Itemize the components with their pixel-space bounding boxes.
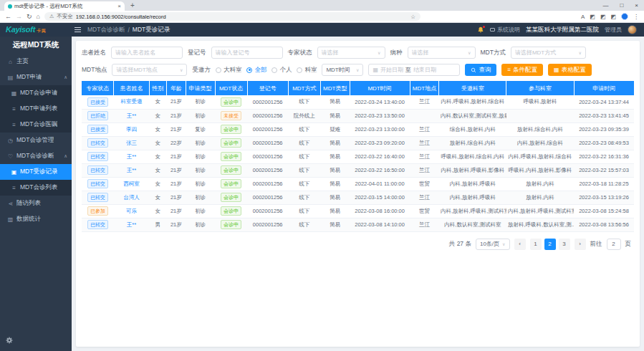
- expert-status-cell: 已转交: [82, 191, 114, 204]
- date-range-picker[interactable]: ▦ 开始日期 至 结束日期: [368, 64, 460, 76]
- radio-invited-dept[interactable]: 大科室: [216, 66, 242, 74]
- mdt-type-cell: 简易: [320, 95, 350, 109]
- location-cell: 兰江: [410, 122, 439, 136]
- page-button[interactable]: 3: [559, 239, 570, 250]
- radio-scope-dept[interactable]: 科室: [297, 66, 317, 74]
- apply-type-cell: 初诊: [186, 150, 215, 163]
- browser-profile-avatar[interactable]: [621, 13, 628, 20]
- extension-icon[interactable]: ◩: [590, 14, 595, 20]
- patient-name-link[interactable]: 王**: [127, 221, 136, 228]
- expert-status-select[interactable]: 请选择∨: [317, 47, 385, 59]
- bookmark-star-icon[interactable]: ☆: [410, 14, 415, 20]
- mdt-time-select[interactable]: MDT时间∨: [322, 64, 363, 76]
- sidebar-item[interactable]: ≡MDT会诊医嘱: [0, 117, 72, 133]
- translate-icon[interactable]: A: [581, 14, 585, 20]
- patient-name-input[interactable]: 请输入患者姓名: [111, 47, 183, 59]
- browser-menu-icon[interactable]: ⋮: [633, 14, 639, 20]
- sidebar-item[interactable]: ⌂主页: [0, 54, 72, 69]
- patient-name-link[interactable]: 李四: [126, 126, 137, 133]
- browser-toolbar: ← → ↻ ⌂ ⚠ 不安全 192.168.0.156:9002/consult…: [0, 11, 644, 23]
- gender-cell: 女: [149, 109, 167, 122]
- reg-no-input[interactable]: 请输入登记号: [211, 47, 283, 59]
- condition-config-button[interactable]: ≡ 条件配置: [501, 64, 543, 76]
- next-page-button[interactable]: ›: [575, 239, 586, 250]
- main-content: 患者姓名 请输入患者姓名 登记号 请输入登记号 专家状态 请选择∨ 病种 请选择…: [72, 37, 644, 351]
- gender-cell: 女: [149, 122, 167, 136]
- search-button[interactable]: 查询: [465, 64, 496, 76]
- mdt-location-label: MDT地点: [82, 66, 107, 74]
- apply-type-cell: 初诊: [186, 163, 215, 177]
- search-button-label: 查询: [479, 66, 491, 74]
- list-icon: ≡: [11, 106, 17, 112]
- collapse-menu-icon[interactable]: [75, 27, 81, 33]
- radio-label: 大科室: [224, 66, 242, 74]
- address-bar[interactable]: ⚠ 不安全 192.168.0.156:9002/consultale/reco…: [44, 12, 420, 21]
- column-header: MDT类型: [320, 81, 350, 95]
- settings-gear-icon[interactable]: [6, 334, 13, 347]
- patient-name-link[interactable]: 张三: [126, 140, 137, 146]
- security-label[interactable]: 不安全: [57, 13, 73, 20]
- reg-no-cell: 0002001256: [247, 95, 288, 109]
- mdt-method-select[interactable]: 请选择MDT方式∨: [511, 47, 586, 59]
- extension-icon[interactable]: ◩: [610, 14, 616, 20]
- tab-close-icon[interactable]: ×: [117, 4, 121, 9]
- window-minimize-button[interactable]: —: [602, 2, 608, 9]
- sidebar-item[interactable]: ◷MDT会诊管理: [0, 133, 72, 148]
- extension-icon[interactable]: ◩: [600, 14, 606, 20]
- gender-cell: 女: [149, 95, 167, 109]
- patient-name-link[interactable]: 王**: [127, 167, 136, 173]
- page-button[interactable]: 2: [544, 239, 556, 250]
- sidebar-item[interactable]: ⋖随访列表: [0, 196, 72, 211]
- sidebar-item-label: MDT会诊申请: [20, 89, 57, 97]
- app-header: Kayisoft 卡翼 MDT会诊诊断 / MDT受诊记录 系统说明 某某医科大…: [0, 23, 644, 37]
- page-button[interactable]: 1: [530, 239, 542, 250]
- radio-scope-personal[interactable]: 个人: [271, 66, 292, 74]
- reload-icon[interactable]: ↻: [27, 14, 32, 20]
- patient-name-link[interactable]: 王**: [127, 112, 136, 119]
- user-avatar[interactable]: [628, 25, 637, 34]
- sidebar-item[interactable]: ♡MDT会诊诊断∧: [0, 148, 72, 164]
- back-icon[interactable]: ←: [5, 14, 11, 20]
- patient-cell: 王**: [114, 218, 149, 231]
- radio-icon: [246, 67, 252, 73]
- url-text[interactable]: 192.168.0.156:9002/consultale/record: [76, 14, 408, 20]
- filter-row-1: 患者姓名 请输入患者姓名 登记号 请输入登记号 专家状态 请选择∨ 病种 请选择…: [82, 47, 634, 59]
- notification-bell-icon[interactable]: [477, 27, 484, 34]
- page-size-label: 10条/页: [480, 240, 499, 248]
- forward-icon[interactable]: →: [16, 14, 22, 20]
- breadcrumb-parent[interactable]: MDT会诊诊断: [87, 26, 125, 34]
- sidebar-item[interactable]: ≡MDT会诊列表: [0, 180, 72, 196]
- sidebar-item-label: MDT申请列表: [20, 105, 57, 113]
- patient-cell: 李四: [114, 122, 149, 136]
- participating-depts-cell: 放射科,内科: [506, 191, 574, 204]
- new-tab-button[interactable]: +: [130, 1, 135, 9]
- sidebar-item[interactable]: ▤MDT申请∧: [0, 69, 72, 85]
- browser-tab[interactable]: mdt受诊记录 - 远程MDT系统 ×: [4, 1, 125, 11]
- patient-name-link[interactable]: 王**: [127, 153, 136, 160]
- page-size-select[interactable]: 10条/页 ∨: [476, 239, 510, 250]
- mdt-method-cell: 线下: [288, 122, 320, 136]
- prev-page-button[interactable]: ‹: [514, 239, 526, 250]
- mdt-records-table: 专家状态患者姓名性别年龄申请类型MDT状态登记号MDT方式MDT类型MDT时间M…: [82, 81, 634, 232]
- sidebar-item[interactable]: ▣MDT受诊记录: [0, 164, 72, 180]
- window-close-button[interactable]: ×: [635, 2, 638, 9]
- mdt-location-select[interactable]: 请选择MDT地点∨: [112, 64, 187, 76]
- goto-page-input[interactable]: 2: [607, 239, 621, 250]
- patient-name-link[interactable]: 台湾人: [123, 194, 140, 201]
- patient-name-link[interactable]: 科室受邀: [121, 98, 143, 105]
- radio-scope-all[interactable]: 全部: [246, 66, 266, 74]
- patient-name-link[interactable]: 可乐: [126, 208, 137, 214]
- user-role[interactable]: 管理员: [605, 26, 622, 34]
- gender-cell: 女: [149, 136, 167, 150]
- disease-select[interactable]: 请选择∨: [408, 47, 476, 59]
- sidebar-item[interactable]: ≡MDT申请列表: [0, 101, 72, 117]
- window-maximize-button[interactable]: □: [620, 2, 623, 9]
- system-note-link[interactable]: 系统说明: [490, 26, 520, 34]
- home-icon[interactable]: ⌂: [37, 14, 40, 20]
- radio-label: 科室: [304, 66, 317, 74]
- patient-name-link[interactable]: 西柯室: [123, 181, 140, 187]
- sidebar-item[interactable]: ▥数据统计: [0, 211, 72, 227]
- table-config-button[interactable]: ▦ 表格配置: [548, 64, 592, 76]
- sidebar-item[interactable]: ▦MDT会诊申请: [0, 85, 72, 101]
- apply-type-cell: 初诊: [186, 177, 215, 191]
